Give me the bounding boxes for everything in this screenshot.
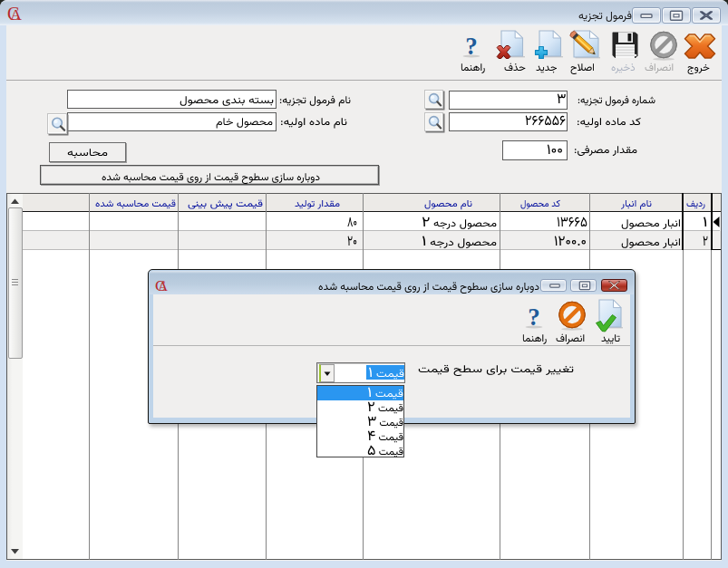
svg-text:?: ?	[528, 303, 540, 329]
svg-text:?: ?	[465, 33, 478, 58]
